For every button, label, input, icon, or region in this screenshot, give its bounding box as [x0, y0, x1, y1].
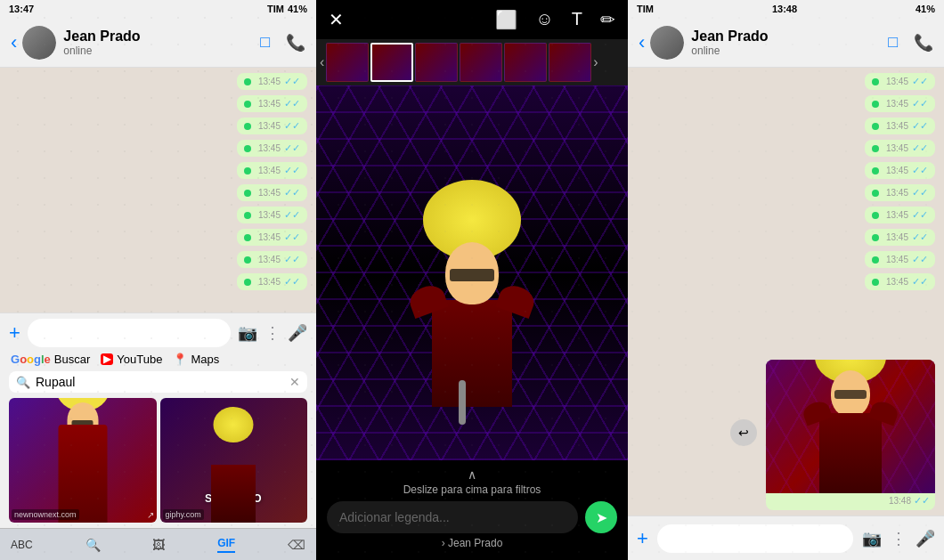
gif-tab[interactable]: GIF — [217, 537, 235, 553]
swipe-hint-text: Deslize para cima para filtros — [403, 483, 541, 496]
plus-button-right[interactable]: + — [637, 527, 648, 550]
msg-time: 13:45 — [886, 143, 908, 153]
filmstrip-frame-active[interactable] — [370, 43, 413, 82]
crop-icon[interactable]: ⬜ — [495, 9, 517, 30]
msg-ticks: ✓✓ — [912, 187, 928, 199]
search-clear-button[interactable]: ✕ — [289, 375, 300, 389]
filmstrip-frame[interactable] — [415, 43, 458, 82]
msg-dot — [872, 234, 879, 241]
sent-media-bubble[interactable]: 13:48 ✓✓ — [766, 360, 935, 510]
figure-head-container — [445, 242, 499, 304]
right-bottom-bar: + 📷 ⋮ 🎤 — [628, 515, 944, 560]
list-item: 13:45 ✓✓ — [865, 251, 935, 268]
mic-button[interactable]: 🎤 — [288, 323, 307, 343]
msg-ticks: ✓✓ — [284, 76, 300, 87]
gif-item-2[interactable]: SILÊNCIO giphy.com — [160, 398, 308, 523]
abc-label[interactable]: ABC — [11, 539, 33, 551]
contact-name-right: Jean Prado — [691, 28, 888, 45]
middle-bottom: ∧ Deslize para cima para filtros ➤ › Jea… — [316, 460, 628, 560]
msg-time: 13:45 — [886, 255, 908, 264]
mic-button-right[interactable]: 🎤 — [916, 529, 935, 548]
camera-button[interactable]: 📷 — [238, 323, 257, 343]
send-icon: ➤ — [596, 509, 607, 526]
msg-time: 13:45 — [886, 210, 908, 220]
left-panel: 13:47 TIM 41% ‹ Jean Prado online □ 📞 13… — [0, 0, 316, 560]
back-button[interactable]: ‹ — [11, 31, 17, 54]
message-list-left: 13:45 ✓✓ 13:45 ✓✓ 13:45 ✓✓ 13:45 ✓✓ 13:4… — [9, 73, 307, 307]
gif-source-2: giphy.com — [163, 509, 204, 520]
filmstrip-frame[interactable] — [504, 43, 547, 82]
close-icon[interactable]: ✕ — [329, 9, 344, 30]
msg-dot — [872, 101, 879, 108]
filmstrip-frame[interactable] — [326, 43, 369, 82]
msg-time: 13:45 — [258, 188, 281, 198]
msg-dot — [872, 190, 879, 197]
more-button[interactable]: ⋮ — [264, 323, 281, 343]
send-button[interactable]: ➤ — [585, 501, 617, 533]
youtube-label: YouTube — [117, 353, 162, 366]
google-icon: Google — [11, 353, 51, 366]
search-tabs: Google Buscar ▶ YouTube 📍 Maps — [9, 353, 307, 366]
table-row: 13:45 ✓✓ — [237, 229, 307, 246]
gif-item-1[interactable]: newnownext.com ↗ — [9, 398, 157, 523]
msg-ticks: ✓✓ — [284, 165, 300, 176]
right-status-bar: TIM 13:48 41% — [628, 0, 944, 18]
msg-ticks: ✓✓ — [912, 98, 928, 110]
list-item: 13:45 ✓✓ — [865, 162, 935, 179]
video-call-icon-right[interactable]: □ — [888, 33, 898, 53]
text-icon[interactable]: T — [572, 9, 582, 30]
msg-time: 13:45 — [886, 277, 908, 287]
right-messages-area: 13:45 ✓✓ 13:45 ✓✓ 13:45 ✓✓ 13:45 ✓✓ 13:4… — [628, 68, 944, 515]
input-row: + 📷 ⋮ 🎤 — [9, 319, 307, 347]
msg-dot — [244, 279, 251, 286]
header-info-right: Jean Prado online — [691, 28, 888, 57]
filmstrip-frame[interactable] — [549, 43, 591, 82]
back-button-right[interactable]: ‹ — [639, 31, 645, 54]
carrier-right: TIM — [637, 4, 654, 14]
to-contact: Jean Prado — [448, 537, 502, 549]
mini-glasses — [834, 390, 867, 399]
emoji-icon[interactable]: ☺ — [535, 9, 553, 30]
gif-search-input[interactable] — [36, 375, 289, 389]
filmstrip-frame[interactable] — [460, 43, 502, 82]
filmstrip-next[interactable]: › — [593, 54, 598, 70]
msg-time: 13:45 — [258, 99, 281, 109]
middle-edit-icons: ⬜ ☺ T ✏ — [495, 9, 615, 30]
plus-button[interactable]: + — [9, 321, 20, 345]
youtube-tab[interactable]: ▶ YouTube — [101, 353, 162, 366]
message-input[interactable] — [28, 319, 231, 347]
messages-area-left: 13:45 ✓✓ 13:45 ✓✓ 13:45 ✓✓ 13:45 ✓✓ 13:4… — [0, 68, 316, 312]
caption-input[interactable] — [327, 501, 578, 533]
msg-dot — [244, 190, 251, 197]
msg-ticks: ✓✓ — [912, 120, 928, 132]
keyboard-search-icon[interactable]: 🔍 — [85, 538, 101, 552]
msg-dot — [872, 167, 879, 174]
phone-icon[interactable]: 📞 — [286, 33, 305, 53]
keyboard-image-icon[interactable]: 🖼 — [152, 538, 165, 552]
keyboard-delete-icon[interactable]: ⌫ — [288, 538, 305, 552]
reply-button[interactable]: ↩ — [730, 419, 757, 446]
battery-left: 41% — [288, 4, 307, 14]
message-input-right[interactable] — [657, 524, 853, 553]
filmstrip-prev[interactable]: ‹ — [320, 54, 324, 70]
maps-tab[interactable]: 📍 Maps — [173, 353, 219, 366]
msg-time: 13:45 — [886, 121, 908, 131]
list-item: 13:45 ✓✓ — [865, 140, 935, 157]
camera-button-right[interactable]: 📷 — [862, 529, 882, 548]
left-time: 13:47 — [9, 4, 34, 14]
video-call-icon[interactable]: □ — [260, 33, 270, 53]
keyboard-bar: ABC 🔍 🖼 GIF ⌫ — [0, 528, 316, 560]
gif-link-icon-1: ↗ — [147, 510, 154, 520]
draw-icon[interactable]: ✏ — [600, 9, 615, 30]
gif-search-row: 🔍 ✕ — [9, 371, 307, 393]
table-row: 13:45 ✓✓ — [237, 95, 307, 112]
msg-dot — [244, 78, 251, 85]
msg-dot — [244, 123, 251, 130]
left-chat-header: ‹ Jean Prado online □ 📞 — [0, 18, 316, 68]
msg-time: 13:45 — [886, 232, 908, 242]
phone-icon-right[interactable]: 📞 — [914, 33, 933, 53]
buscar-tab[interactable]: Google Buscar — [11, 353, 90, 366]
header-info-left: Jean Prado online — [63, 28, 260, 57]
more-button-right[interactable]: ⋮ — [891, 529, 907, 548]
figure-head — [445, 242, 499, 304]
